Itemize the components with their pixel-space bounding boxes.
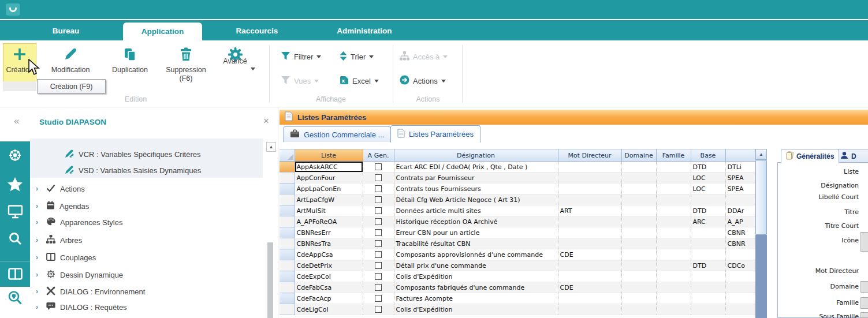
doc-tab-gestion-commerciale[interactable]: Gestion Commerciale ... <box>283 126 391 142</box>
checkbox-unchecked[interactable] <box>375 207 382 214</box>
modification-button[interactable]: Modification <box>44 45 96 74</box>
column-header-extra[interactable] <box>725 149 755 162</box>
cell-domaine[interactable] <box>621 293 656 304</box>
avance-dropdown-caret[interactable] <box>251 68 255 70</box>
cell-extra[interactable] <box>725 249 755 260</box>
checkbox-unchecked[interactable] <box>375 251 382 258</box>
cell-designation[interactable]: Historique réception OA Archivé <box>394 216 558 227</box>
cell-designation[interactable]: Données article multi sites <box>394 205 558 216</box>
cell-extra[interactable] <box>725 271 755 282</box>
cell-domaine[interactable] <box>621 238 656 249</box>
cell-liste[interactable]: CBNResErr <box>295 227 363 238</box>
cell-base[interactable] <box>691 293 725 304</box>
cell-designation[interactable]: Composants fabriqués d'une commande <box>394 282 558 293</box>
app-icon[interactable] <box>6 3 20 16</box>
cell-domaine[interactable] <box>621 162 656 173</box>
cell-liste[interactable]: AppConFour <box>295 173 363 184</box>
row-selector[interactable] <box>280 162 295 173</box>
chevron-right-icon[interactable]: › <box>36 303 42 311</box>
tree-item-pinned[interactable]: VCR : Variables Spécifiques Critères <box>65 147 200 162</box>
checkbox-unchecked[interactable] <box>375 218 382 225</box>
cell-extra[interactable]: A_AP <box>725 216 755 227</box>
cell-extra[interactable]: CBNR <box>725 227 755 238</box>
cell-a-gen[interactable] <box>363 227 394 238</box>
famille-field[interactable] <box>860 297 868 309</box>
cell-designation[interactable]: Colis d'Expédition <box>394 271 558 282</box>
cell-domaine[interactable] <box>621 194 656 205</box>
tab-administration[interactable]: Administration <box>327 20 402 42</box>
actions-dropdown-caret[interactable] <box>441 80 446 83</box>
checkbox-unchecked[interactable] <box>375 185 382 192</box>
cell-base[interactable] <box>691 194 725 205</box>
table-row[interactable]: CdeFabCsaComposants fabriqués d'une comm… <box>280 282 755 293</box>
table-scrollbar[interactable]: ▲ <box>755 149 767 318</box>
cell-domaine[interactable] <box>621 173 656 184</box>
cell-liste[interactable]: CdeAppCsa <box>295 249 363 260</box>
checkbox-unchecked[interactable] <box>375 262 382 269</box>
row-selector[interactable] <box>280 227 295 238</box>
cell-base[interactable] <box>691 304 725 315</box>
table-scrollbar-up-button[interactable]: ▲ <box>755 149 767 160</box>
table-row[interactable]: ArtMulSitDonnées article multi sitesARTD… <box>280 205 755 216</box>
sous-famille-field[interactable] <box>860 312 868 318</box>
cell-a-gen[interactable] <box>363 162 394 173</box>
row-selector[interactable] <box>280 304 295 315</box>
search-pin-icon[interactable] <box>8 290 23 308</box>
row-selector[interactable] <box>280 293 295 304</box>
cell-designation[interactable]: Tracabilité résultat CBN <box>394 238 558 249</box>
domaine-field[interactable] <box>860 281 868 293</box>
cell-mot-directeur[interactable] <box>558 304 621 315</box>
cell-a-gen[interactable] <box>363 271 394 282</box>
cell-a-gen[interactable] <box>363 304 394 315</box>
table-row[interactable]: CdeFacAcpFactures Acompte <box>280 293 755 304</box>
cell-designation[interactable]: Détail prix d'une commande <box>394 260 558 271</box>
checkbox-unchecked[interactable] <box>375 273 382 280</box>
cell-famille[interactable] <box>656 173 691 184</box>
cell-liste[interactable]: CdeFabCsa <box>295 282 363 293</box>
monitor-icon[interactable] <box>0 201 30 221</box>
search-icon[interactable] <box>0 229 30 248</box>
cell-famille[interactable] <box>656 260 691 271</box>
trier-dropdown-caret[interactable] <box>369 55 374 58</box>
cell-base[interactable]: LOC <box>691 184 725 194</box>
excel-dropdown-caret[interactable] <box>374 80 379 83</box>
trier-button[interactable]: Trier <box>340 51 374 62</box>
column-header-base[interactable]: Base <box>691 149 725 162</box>
cell-mot-directeur[interactable] <box>558 293 621 304</box>
table-row[interactable]: AppAskARCCEcart ARC EDI / CdeOA( Prix , … <box>280 162 755 173</box>
sidebar-collapse-button[interactable]: « <box>14 115 19 127</box>
chevron-right-icon[interactable]: › <box>36 236 42 244</box>
cell-extra[interactable] <box>725 194 755 205</box>
tree-item-actions[interactable]: ›Actions <box>36 181 85 196</box>
tree-item-apparences-styles[interactable]: ›Apparences Styles <box>36 215 122 230</box>
cell-a-gen[interactable] <box>363 249 394 260</box>
cell-mot-directeur[interactable] <box>558 194 621 205</box>
row-selector[interactable] <box>280 184 295 194</box>
cell-a-gen[interactable] <box>363 184 394 194</box>
cell-famille[interactable] <box>656 184 691 194</box>
cell-liste[interactable]: CBNResTra <box>295 238 363 249</box>
cell-base[interactable] <box>691 282 725 293</box>
cell-domaine[interactable] <box>621 304 656 315</box>
sidebar-close-button[interactable]: × <box>263 115 269 127</box>
cell-designation[interactable]: Composants approvisionnés d'une commande <box>394 249 558 260</box>
cell-domaine[interactable] <box>621 282 656 293</box>
checkbox-unchecked[interactable] <box>375 174 382 181</box>
cell-domaine[interactable] <box>621 184 656 194</box>
settings-wheel-icon[interactable] <box>0 145 30 165</box>
checkbox-unchecked[interactable] <box>375 196 382 203</box>
tree-item-dessin-dynamique[interactable]: ›Dessin Dynamique <box>36 267 123 282</box>
cell-base[interactable] <box>691 227 725 238</box>
cell-famille[interactable] <box>656 304 691 315</box>
table-row[interactable]: CBNResErrErreur CBN pour un articleCBNR <box>280 227 755 238</box>
checkbox-unchecked[interactable] <box>375 284 382 291</box>
row-selector[interactable] <box>280 216 295 227</box>
cell-liste[interactable]: AppAskARCC <box>295 162 363 173</box>
cell-a-gen[interactable] <box>363 293 394 304</box>
cell-domaine[interactable] <box>621 205 656 216</box>
table-row[interactable]: AppConFourContrats par FournisseurLOCSPE… <box>280 173 755 184</box>
cell-mot-directeur[interactable]: CDE <box>558 249 621 260</box>
row-selector[interactable] <box>280 249 295 260</box>
cell-designation[interactable]: Erreur CBN pour un article <box>394 227 558 238</box>
cell-liste[interactable]: ArtMulSit <box>295 205 363 216</box>
